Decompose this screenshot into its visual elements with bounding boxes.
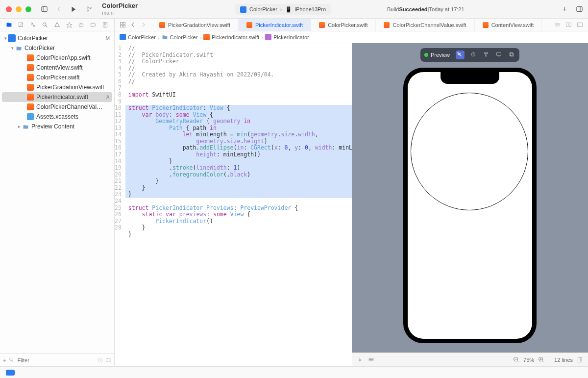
file-row[interactable]: ColorPicker.swift bbox=[0, 73, 114, 82]
svg-rect-30 bbox=[578, 357, 582, 362]
swift-icon bbox=[27, 54, 34, 61]
related-items-icon[interactable] bbox=[120, 22, 126, 28]
folder-icon bbox=[162, 34, 168, 40]
zoom-window-button[interactable] bbox=[25, 6, 31, 12]
disclosure-closed-icon[interactable]: ▸ bbox=[17, 124, 22, 129]
file-tree[interactable]: ▾ ColorPicker M ▾ ColorPicker ColorPicke… bbox=[0, 31, 114, 353]
swift-icon bbox=[483, 22, 489, 28]
minimap-icon[interactable] bbox=[577, 356, 583, 363]
add-editor-icon[interactable] bbox=[577, 22, 583, 28]
scm-filter-icon[interactable] bbox=[106, 357, 111, 363]
line-count: 12 lines bbox=[554, 357, 573, 363]
library-icon[interactable] bbox=[575, 5, 583, 13]
zoom-level[interactable]: 75% bbox=[523, 357, 534, 363]
file-row[interactable]: PickerGradationView.swift bbox=[0, 82, 114, 92]
svg-rect-14 bbox=[123, 23, 125, 25]
folder-icon bbox=[15, 44, 23, 52]
zoom-in-icon[interactable] bbox=[538, 356, 544, 363]
close-window-button[interactable] bbox=[6, 6, 12, 12]
symbol-navigator-icon[interactable] bbox=[28, 21, 37, 29]
project-navigator-icon[interactable] bbox=[4, 21, 13, 29]
live-preview-button[interactable]: Preview bbox=[424, 52, 450, 58]
breadcrumb-segment[interactable]: ColorPicker bbox=[170, 34, 198, 40]
tree-root[interactable]: ▾ ColorPicker M bbox=[0, 33, 114, 43]
filter-input[interactable] bbox=[17, 357, 95, 363]
swift-icon bbox=[319, 22, 325, 28]
branch-icon bbox=[85, 5, 93, 13]
back-icon[interactable] bbox=[130, 22, 136, 28]
app-icon bbox=[8, 34, 16, 42]
device-settings-icon[interactable] bbox=[483, 51, 490, 58]
file-row[interactable]: Assets.xcassets bbox=[0, 112, 114, 122]
breadcrumb-segment[interactable]: PickerIndicator bbox=[273, 34, 309, 40]
scheme-selector[interactable]: ColorPicker › 📱 iPhone13Pro bbox=[235, 4, 331, 15]
pin-icon[interactable] bbox=[357, 356, 363, 363]
test-navigator-icon[interactable] bbox=[65, 21, 74, 29]
editor-options-icon[interactable] bbox=[554, 22, 561, 28]
editor-tab[interactable]: PickerGradationView.swift bbox=[151, 19, 239, 31]
file-row[interactable]: ContentView.swift bbox=[0, 63, 114, 73]
swift-icon bbox=[27, 84, 34, 91]
project-name: ColorPicker bbox=[102, 2, 138, 9]
zoom-out-icon[interactable] bbox=[513, 356, 519, 363]
build-status[interactable]: Build Succeeded | Today at 17:21 bbox=[387, 4, 465, 15]
folder-icon bbox=[22, 123, 29, 130]
navigator-filter: + bbox=[0, 353, 114, 366]
duplicate-preview-icon[interactable] bbox=[509, 51, 515, 58]
run-button[interactable] bbox=[70, 5, 77, 13]
add-icon[interactable]: + bbox=[3, 357, 6, 363]
find-navigator-icon[interactable] bbox=[41, 21, 49, 29]
source-editor[interactable]: 1234567891011121314151617181920212223242… bbox=[115, 43, 352, 366]
svg-point-10 bbox=[43, 23, 47, 26]
project-title[interactable]: ColorPicker main bbox=[102, 2, 138, 15]
recent-icon[interactable] bbox=[98, 357, 103, 363]
disclosure-open-icon[interactable]: ▾ bbox=[3, 36, 8, 41]
source-control-navigator-icon[interactable] bbox=[17, 21, 25, 29]
svg-rect-15 bbox=[121, 25, 122, 27]
swift-icon bbox=[203, 34, 210, 40]
titlebar: ColorPicker main ColorPicker › 📱 iPhone1… bbox=[0, 0, 588, 19]
filter-icon[interactable] bbox=[9, 357, 14, 363]
svg-rect-0 bbox=[41, 7, 47, 12]
svg-rect-27 bbox=[511, 53, 514, 56]
code-content[interactable]: //// PickerIndicator.swift// ColorPicker… bbox=[125, 45, 352, 366]
svg-rect-11 bbox=[79, 24, 83, 27]
editor-tab[interactable]: PickerIndicator.swift bbox=[239, 19, 311, 31]
breadcrumb-segment[interactable]: ColorPicker bbox=[128, 34, 156, 40]
adjust-editor-icon[interactable] bbox=[565, 22, 572, 28]
jump-bar[interactable]: ColorPicker›ColorPicker›PickerIndicator.… bbox=[115, 31, 588, 43]
filter-tag-icon[interactable] bbox=[6, 370, 15, 376]
editor-tab[interactable]: ColorPickerChannelValue.swift bbox=[376, 19, 474, 31]
file-row[interactable]: ColorPickerApp.swift bbox=[0, 53, 114, 63]
tree-group[interactable]: ▾ ColorPicker bbox=[0, 43, 114, 53]
variants-icon[interactable] bbox=[470, 51, 477, 58]
canvas-settings-icon[interactable] bbox=[368, 356, 374, 363]
app-icon bbox=[240, 6, 246, 13]
editor-tab[interactable]: ContentView.swift bbox=[475, 19, 542, 31]
live-dot-icon bbox=[424, 53, 428, 57]
issue-navigator-icon[interactable] bbox=[52, 21, 61, 29]
debug-bar bbox=[0, 366, 588, 378]
nav-back-icon[interactable] bbox=[55, 5, 63, 13]
breadcrumb-segment[interactable]: PickerIndicator.swift bbox=[212, 34, 259, 40]
sidebar-toggle-icon[interactable] bbox=[40, 5, 48, 13]
breakpoint-navigator-icon[interactable] bbox=[89, 21, 98, 29]
file-row[interactable]: ColorPickerChannelValue.s... bbox=[0, 102, 114, 112]
editor-tab[interactable]: ColorPicker.swift bbox=[311, 19, 376, 31]
preview-device-icon[interactable] bbox=[496, 51, 503, 58]
chevron-right-icon: › bbox=[261, 34, 263, 40]
minimize-window-button[interactable] bbox=[16, 6, 22, 12]
tree-group-preview[interactable]: ▸ Preview Content bbox=[0, 122, 114, 131]
svg-rect-16 bbox=[123, 25, 125, 27]
disclosure-open-icon[interactable]: ▾ bbox=[10, 46, 15, 50]
selectable-preview-icon[interactable] bbox=[456, 50, 465, 59]
file-row[interactable]: PickerIndicator.swiftA bbox=[2, 92, 112, 102]
preview-canvas[interactable]: Preview bbox=[352, 43, 588, 366]
add-icon[interactable] bbox=[561, 5, 568, 13]
forward-icon[interactable] bbox=[140, 22, 147, 28]
debug-navigator-icon[interactable] bbox=[77, 21, 86, 29]
report-navigator-icon[interactable] bbox=[101, 21, 110, 29]
swift-icon bbox=[27, 94, 34, 101]
device-screen[interactable] bbox=[408, 72, 532, 339]
app-icon bbox=[120, 34, 126, 40]
